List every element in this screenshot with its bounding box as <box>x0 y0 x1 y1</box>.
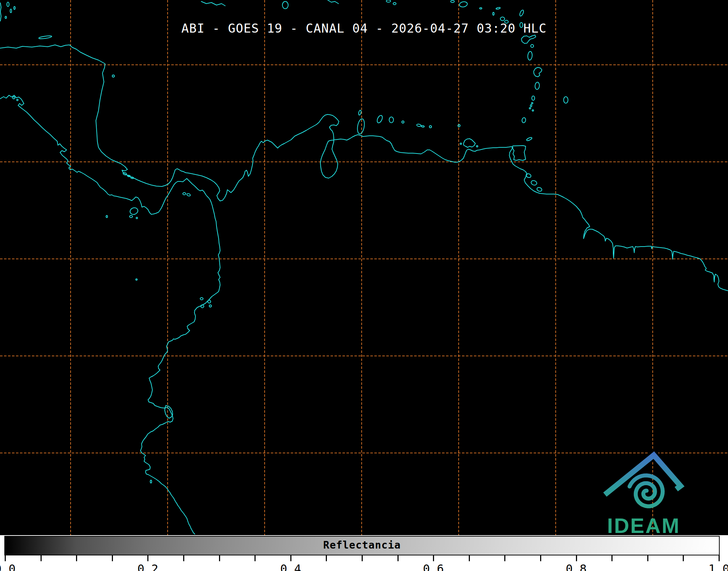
colorbar-gradient: Reflectancia <box>4 536 720 555</box>
colorbar-tick-label: 0.2 <box>137 562 158 571</box>
colorbar-tick <box>112 555 113 561</box>
colorbar-tick <box>647 555 648 561</box>
colorbar-tick <box>540 555 541 561</box>
colorbar-tick <box>504 555 505 561</box>
colorbar-tick <box>183 555 184 561</box>
colorbar-tick <box>469 555 470 561</box>
colorbar-tick <box>147 555 148 561</box>
colorbar-tick <box>290 555 291 561</box>
colorbar-tick <box>5 555 6 561</box>
map-layers <box>0 0 728 535</box>
colorbar-tick <box>433 555 434 561</box>
colorbar-tick-label: 0.8 <box>566 562 587 571</box>
colorbar-tick <box>219 555 220 561</box>
colorbar-tick-label: 1.0 <box>708 562 728 571</box>
lat-lon-grid <box>0 0 728 535</box>
ideam-logo-text: IDEAM <box>607 513 680 538</box>
colorbar-strip: Reflectancia 0.00.20.40.60.81.0 <box>0 535 728 571</box>
colorbar-tick <box>41 555 42 561</box>
coastline-layer <box>0 0 728 534</box>
colorbar-tick-label: 0.4 <box>280 562 301 571</box>
colorbar-tick <box>76 555 77 561</box>
colorbar-tick <box>397 555 399 561</box>
colorbar-tick <box>254 555 256 561</box>
hurricane-spiral-icon <box>630 475 663 506</box>
colorbar-tick <box>326 555 327 561</box>
colorbar-tick <box>719 555 720 561</box>
colorbar-tick <box>576 555 577 561</box>
ideam-logo <box>605 455 681 506</box>
map-canvas: ABI - GOES 19 - CANAL 04 - 2026-04-27 03… <box>0 0 728 535</box>
colorbar-tick <box>362 555 363 561</box>
colorbar-tick <box>683 555 684 561</box>
colorbar-tick-label: 0.6 <box>423 562 444 571</box>
colorbar-title: Reflectancia <box>323 539 401 551</box>
satellite-image-viewer: ABI - GOES 19 - CANAL 04 - 2026-04-27 03… <box>0 0 728 571</box>
colorbar-tick <box>611 555 613 561</box>
colorbar-tick-label: 0.0 <box>0 562 16 571</box>
image-title: ABI - GOES 19 - CANAL 04 - 2026-04-27 03… <box>181 21 547 35</box>
